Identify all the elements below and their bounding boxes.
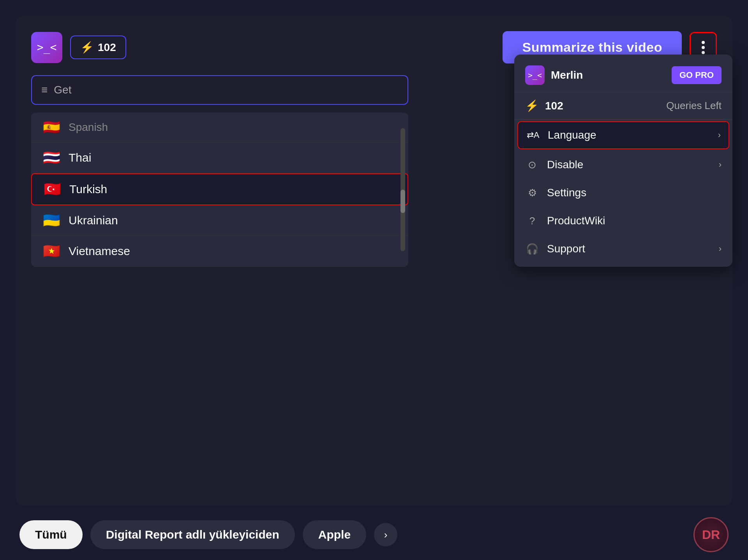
gear-icon: ⚙ — [525, 186, 539, 200]
flag-icon: 🇺🇦 — [42, 214, 61, 227]
chevron-right-icon: › — [718, 130, 721, 140]
merlin-brand-name: Merlin — [551, 69, 665, 81]
language-list: 🇪🇸 Spanish 🇹🇭 Thai 🇹🇷 Turkish 🇺🇦 Ukraini… — [31, 113, 408, 267]
menu-item-label: ProductWiki — [547, 215, 605, 227]
chevron-right-icon: › — [719, 244, 722, 254]
tab-all-button[interactable]: Tümü — [19, 520, 83, 549]
translate-icon: ⇄A — [526, 128, 540, 142]
dropdown-menu: >_< Merlin GO PRO ⚡ 102 Queries Left ⇄A … — [514, 55, 732, 267]
flag-icon: 🇹🇭 — [42, 151, 61, 164]
list-item[interactable]: 🇺🇦 Ukrainian — [31, 205, 408, 236]
dot-2 — [702, 46, 705, 49]
menu-item-label: Disable — [547, 158, 583, 171]
list-item[interactable]: 🇪🇸 Spanish — [31, 113, 408, 143]
dot-1 — [702, 41, 705, 44]
dot-3 — [702, 51, 705, 54]
tab-digital-button[interactable]: Digital Report adlı yükleyiciden — [90, 520, 295, 549]
queries-badge: ⚡ 102 — [70, 35, 126, 59]
menu-item-language[interactable]: ⇄A Language › — [517, 121, 729, 149]
menu-item-support[interactable]: 🎧 Support › — [514, 235, 732, 263]
list-icon: ≡ — [41, 84, 48, 96]
language-name: Vietnamese — [69, 245, 130, 258]
menu-item-disable[interactable]: ⊙ Disable › — [514, 151, 732, 179]
scrollbar-track[interactable] — [400, 128, 405, 252]
menu-item-productwiki[interactable]: ? ProductWiki — [514, 207, 732, 235]
flag-icon: 🇹🇷 — [43, 183, 62, 195]
lightning-icon: ⚡ — [80, 41, 94, 54]
lightning-icon-dropdown: ⚡ — [525, 99, 539, 112]
search-area: ≡ Get — [31, 75, 408, 105]
flag-icon: 🇻🇳 — [42, 245, 61, 257]
question-icon: ? — [525, 214, 539, 228]
headset-icon: 🎧 — [525, 242, 539, 256]
menu-item-label: Settings — [547, 187, 586, 199]
tab-apple-button[interactable]: Apple — [303, 520, 366, 549]
menu-item-label: Support — [547, 243, 585, 255]
go-pro-button[interactable]: GO PRO — [672, 66, 722, 84]
dropdown-header: >_< Merlin GO PRO — [514, 58, 732, 92]
queries-label: Queries Left — [666, 100, 722, 112]
language-name: Spanish — [69, 121, 108, 134]
menu-item-label: Language — [548, 129, 596, 141]
list-item[interactable]: 🇹🇭 Thai — [31, 143, 408, 173]
list-item[interactable]: 🇻🇳 Vietnamese — [31, 236, 408, 267]
chevron-right-icon: › — [719, 160, 722, 170]
scrollbar-thumb — [400, 190, 405, 213]
language-name: Thai — [69, 151, 91, 164]
bottom-bar: Tümü Digital Report adlı yükleyiciden Ap… — [0, 509, 748, 560]
avatar: DR — [693, 517, 729, 552]
merlin-logo: >_< — [31, 32, 62, 63]
flag-icon: 🇪🇸 — [42, 121, 61, 134]
queries-row: ⚡ 102 Queries Left — [514, 92, 732, 120]
warning-icon: ⊙ — [525, 158, 539, 172]
language-name: Ukrainian — [69, 214, 118, 227]
language-name: Turkish — [69, 183, 107, 196]
queries-count: 102 — [98, 41, 116, 54]
queries-number: 102 — [545, 100, 660, 112]
menu-item-settings[interactable]: ⚙ Settings — [514, 179, 732, 207]
next-arrow-button[interactable]: › — [374, 523, 397, 546]
search-placeholder: Get — [54, 84, 71, 96]
list-item-turkish[interactable]: 🇹🇷 Turkish — [31, 173, 408, 205]
merlin-logo-small: >_< — [525, 65, 545, 85]
